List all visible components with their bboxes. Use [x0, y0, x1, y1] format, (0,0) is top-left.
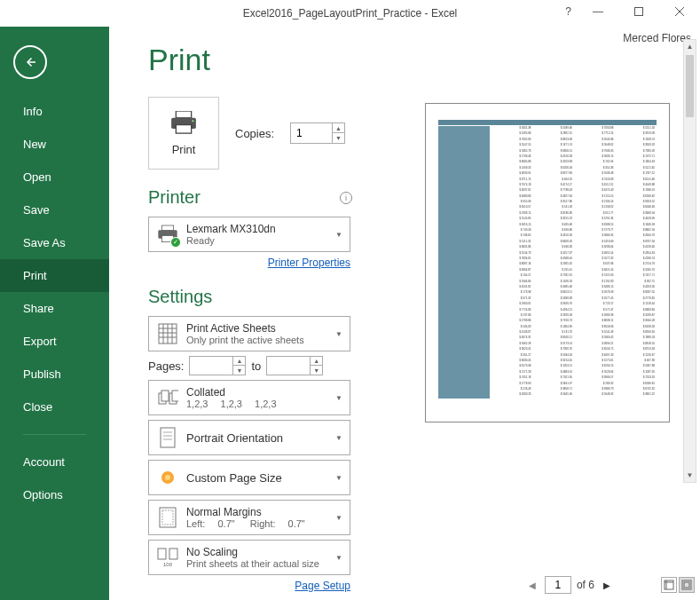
help-button[interactable]: ?: [565, 5, 571, 18]
page-number-input[interactable]: 1: [545, 576, 571, 594]
scroll-thumb[interactable]: [686, 55, 694, 117]
backstage-sidebar: InfoNewOpenSaveSave AsPrintShareExportPu…: [0, 27, 109, 600]
sidebar-item-account[interactable]: Account: [0, 446, 109, 478]
print-button-label: Print: [172, 143, 196, 156]
sidebar-item-options[interactable]: Options: [0, 478, 109, 511]
svg-rect-0: [635, 7, 643, 15]
print-active-line2: Only print the active sheets: [186, 335, 335, 345]
page-count-label: of 6: [577, 579, 594, 591]
printer-device-icon: ✓: [156, 223, 179, 246]
settings-heading: Settings: [148, 287, 212, 307]
chevron-down-icon: ▼: [335, 231, 342, 239]
chevron-down-icon: ▼: [335, 474, 342, 482]
close-window-button[interactable]: [659, 0, 700, 22]
orientation-selector[interactable]: Portrait Orientation ▼: [148, 420, 350, 455]
collated-line1: Collated: [186, 386, 335, 399]
svg-point-6: [192, 120, 193, 122]
window-title: Excel2016_PageLayoutPrint_Practice - Exc…: [243, 7, 457, 20]
svg-rect-29: [158, 549, 166, 559]
svg-rect-30: [169, 549, 177, 559]
preview-scrollbar[interactable]: ▲ ▼: [683, 39, 696, 483]
maximize-button[interactable]: [618, 0, 659, 22]
svg-rect-28: [162, 510, 173, 525]
collation-selector[interactable]: Collated 1,2,3 1,2,3 1,2,3 ▼: [148, 380, 350, 415]
printer-icon: [169, 111, 198, 134]
collated-line2: 1,2,3 1,2,3 1,2,3: [186, 399, 335, 409]
sidebar-item-publish[interactable]: Publish: [0, 358, 109, 391]
chevron-down-icon: ▼: [335, 330, 342, 338]
svg-rect-21: [161, 428, 175, 447]
margins-line2: Left: 0.7" Right: 0.7": [186, 518, 335, 529]
copies-label: Copies:: [235, 127, 274, 140]
printer-name: Lexmark MX310dn: [186, 223, 335, 235]
page-size-line1: Custom Page Size: [186, 471, 335, 485]
print-preview-area: ▲ ▼ $ 5601.38$ 5939.66$ 7090.88$ 5551.50…: [388, 36, 700, 600]
svg-rect-20: [172, 391, 178, 401]
scaling-line1: No Scaling: [186, 546, 335, 558]
svg-rect-5: [176, 124, 191, 133]
svg-rect-35: [684, 582, 689, 588]
sidebar-item-export[interactable]: Export: [0, 325, 109, 358]
copies-spinner[interactable]: ▲▼: [332, 123, 344, 143]
margins-selector[interactable]: Normal Margins Left: 0.7" Right: 0.7" ▼: [148, 500, 350, 535]
sidebar-item-info[interactable]: Info: [0, 95, 109, 128]
page-size-selector[interactable]: Custom Page Size ▼: [148, 460, 350, 495]
show-margins-button[interactable]: [661, 577, 677, 593]
sidebar-item-open[interactable]: Open: [0, 161, 109, 193]
chevron-down-icon: ▼: [335, 394, 342, 402]
sidebar-item-print[interactable]: Print: [0, 259, 109, 292]
sidebar-item-share[interactable]: Share: [0, 292, 109, 325]
printer-selector[interactable]: ✓ Lexmark MX310dn Ready ▼: [148, 217, 350, 252]
copies-value[interactable]: [291, 127, 332, 139]
scaling-selector[interactable]: 100 No Scaling Print sheets at their act…: [148, 540, 350, 575]
sidebar-item-save[interactable]: Save: [0, 193, 109, 226]
sidebar-item-new[interactable]: New: [0, 128, 109, 161]
page-setup-link[interactable]: Page Setup: [148, 580, 350, 592]
zoom-to-page-button[interactable]: [679, 577, 695, 593]
print-active-line1: Print Active Sheets: [186, 322, 335, 335]
pages-to-label: to: [251, 359, 261, 373]
scroll-up-arrow[interactable]: ▲: [684, 40, 696, 53]
scroll-down-arrow[interactable]: ▼: [684, 469, 696, 482]
pages-label: Pages:: [148, 359, 184, 373]
print-button[interactable]: Print: [148, 97, 219, 170]
preview-page: $ 5601.38$ 5939.66$ 7090.88$ 5551.50$ 13…: [425, 103, 670, 422]
sidebar-item-save-as[interactable]: Save As: [0, 226, 109, 259]
printer-info-icon[interactable]: i: [340, 192, 352, 204]
copies-input[interactable]: ▲▼: [290, 122, 345, 144]
svg-rect-3: [176, 111, 191, 118]
chevron-down-icon: ▼: [335, 514, 342, 522]
printer-status: Ready: [186, 235, 335, 246]
collated-icon: [156, 386, 179, 409]
printer-properties-link[interactable]: Printer Properties: [148, 257, 350, 269]
printer-heading: Printer: [148, 187, 201, 208]
print-what-selector[interactable]: Print Active Sheets Only print the activ…: [148, 316, 350, 351]
scaling-icon: 100: [156, 546, 179, 569]
pages-from-input[interactable]: ▲▼: [189, 356, 246, 375]
next-page-button[interactable]: ▶: [600, 577, 614, 594]
prev-page-button[interactable]: ◀: [525, 577, 539, 594]
custom-size-icon: [156, 466, 179, 489]
orientation-line1: Portrait Orientation: [186, 431, 335, 445]
back-button[interactable]: [13, 45, 47, 79]
pages-to-input[interactable]: ▲▼: [266, 356, 323, 375]
page-title: Print: [148, 43, 388, 77]
svg-point-26: [165, 475, 170, 480]
chevron-down-icon: ▼: [335, 554, 342, 562]
chevron-down-icon: ▼: [335, 434, 342, 442]
sheets-icon: [156, 322, 179, 345]
margins-line1: Normal Margins: [186, 506, 335, 518]
margins-icon: [156, 506, 179, 529]
minimize-button[interactable]: —: [578, 0, 618, 22]
sidebar-item-close[interactable]: Close: [0, 391, 109, 423]
portrait-icon: [156, 426, 179, 449]
scaling-line2: Print sheets at their actual size: [186, 558, 335, 569]
svg-rect-18: [161, 391, 169, 401]
svg-rect-7: [161, 225, 173, 230]
